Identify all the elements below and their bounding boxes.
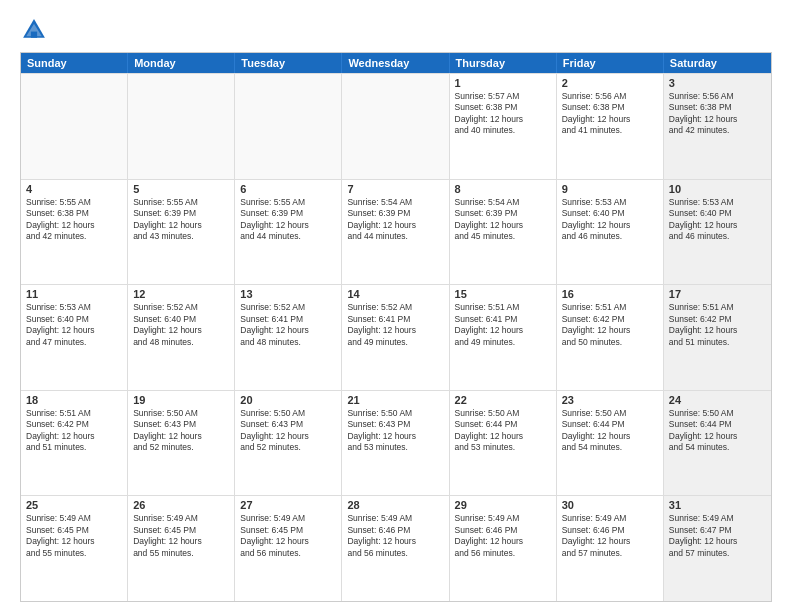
calendar-row: 11Sunrise: 5:53 AMSunset: 6:40 PMDayligh… <box>21 284 771 390</box>
calendar-row: 25Sunrise: 5:49 AMSunset: 6:45 PMDayligh… <box>21 495 771 601</box>
calendar-cell: 9Sunrise: 5:53 AMSunset: 6:40 PMDaylight… <box>557 180 664 285</box>
header-day: Monday <box>128 53 235 73</box>
calendar-cell: 4Sunrise: 5:55 AMSunset: 6:38 PMDaylight… <box>21 180 128 285</box>
cell-info: Sunrise: 5:49 AMSunset: 6:46 PMDaylight:… <box>347 513 443 559</box>
day-number: 26 <box>133 499 229 511</box>
header-day: Saturday <box>664 53 771 73</box>
day-number: 23 <box>562 394 658 406</box>
calendar-cell: 31Sunrise: 5:49 AMSunset: 6:47 PMDayligh… <box>664 496 771 601</box>
header-day: Tuesday <box>235 53 342 73</box>
header-day: Sunday <box>21 53 128 73</box>
cell-info: Sunrise: 5:51 AMSunset: 6:42 PMDaylight:… <box>562 302 658 348</box>
day-number: 16 <box>562 288 658 300</box>
calendar-cell <box>235 74 342 179</box>
cell-info: Sunrise: 5:53 AMSunset: 6:40 PMDaylight:… <box>26 302 122 348</box>
cell-info: Sunrise: 5:49 AMSunset: 6:45 PMDaylight:… <box>26 513 122 559</box>
cell-info: Sunrise: 5:56 AMSunset: 6:38 PMDaylight:… <box>669 91 766 137</box>
day-number: 28 <box>347 499 443 511</box>
cell-info: Sunrise: 5:55 AMSunset: 6:39 PMDaylight:… <box>133 197 229 243</box>
calendar-cell: 6Sunrise: 5:55 AMSunset: 6:39 PMDaylight… <box>235 180 342 285</box>
calendar-cell: 19Sunrise: 5:50 AMSunset: 6:43 PMDayligh… <box>128 391 235 496</box>
cell-info: Sunrise: 5:50 AMSunset: 6:44 PMDaylight:… <box>455 408 551 454</box>
cell-info: Sunrise: 5:56 AMSunset: 6:38 PMDaylight:… <box>562 91 658 137</box>
calendar-cell: 21Sunrise: 5:50 AMSunset: 6:43 PMDayligh… <box>342 391 449 496</box>
cell-info: Sunrise: 5:49 AMSunset: 6:47 PMDaylight:… <box>669 513 766 559</box>
day-number: 7 <box>347 183 443 195</box>
cell-info: Sunrise: 5:50 AMSunset: 6:43 PMDaylight:… <box>133 408 229 454</box>
header-day: Friday <box>557 53 664 73</box>
day-number: 24 <box>669 394 766 406</box>
day-number: 2 <box>562 77 658 89</box>
calendar-cell: 15Sunrise: 5:51 AMSunset: 6:41 PMDayligh… <box>450 285 557 390</box>
calendar-cell <box>342 74 449 179</box>
day-number: 9 <box>562 183 658 195</box>
calendar-cell: 5Sunrise: 5:55 AMSunset: 6:39 PMDaylight… <box>128 180 235 285</box>
calendar-cell: 11Sunrise: 5:53 AMSunset: 6:40 PMDayligh… <box>21 285 128 390</box>
calendar-cell: 7Sunrise: 5:54 AMSunset: 6:39 PMDaylight… <box>342 180 449 285</box>
day-number: 10 <box>669 183 766 195</box>
calendar-cell: 8Sunrise: 5:54 AMSunset: 6:39 PMDaylight… <box>450 180 557 285</box>
calendar-cell: 3Sunrise: 5:56 AMSunset: 6:38 PMDaylight… <box>664 74 771 179</box>
cell-info: Sunrise: 5:51 AMSunset: 6:42 PMDaylight:… <box>26 408 122 454</box>
cell-info: Sunrise: 5:52 AMSunset: 6:41 PMDaylight:… <box>240 302 336 348</box>
cell-info: Sunrise: 5:54 AMSunset: 6:39 PMDaylight:… <box>347 197 443 243</box>
page: SundayMondayTuesdayWednesdayThursdayFrid… <box>0 0 792 612</box>
cell-info: Sunrise: 5:51 AMSunset: 6:42 PMDaylight:… <box>669 302 766 348</box>
calendar-cell: 14Sunrise: 5:52 AMSunset: 6:41 PMDayligh… <box>342 285 449 390</box>
cell-info: Sunrise: 5:52 AMSunset: 6:41 PMDaylight:… <box>347 302 443 348</box>
header-day: Wednesday <box>342 53 449 73</box>
day-number: 1 <box>455 77 551 89</box>
calendar-cell <box>21 74 128 179</box>
day-number: 3 <box>669 77 766 89</box>
calendar-row: 18Sunrise: 5:51 AMSunset: 6:42 PMDayligh… <box>21 390 771 496</box>
calendar-cell: 17Sunrise: 5:51 AMSunset: 6:42 PMDayligh… <box>664 285 771 390</box>
cell-info: Sunrise: 5:52 AMSunset: 6:40 PMDaylight:… <box>133 302 229 348</box>
calendar-cell: 10Sunrise: 5:53 AMSunset: 6:40 PMDayligh… <box>664 180 771 285</box>
calendar-header: SundayMondayTuesdayWednesdayThursdayFrid… <box>21 53 771 73</box>
day-number: 31 <box>669 499 766 511</box>
day-number: 15 <box>455 288 551 300</box>
day-number: 22 <box>455 394 551 406</box>
day-number: 14 <box>347 288 443 300</box>
svg-rect-2 <box>31 32 37 38</box>
cell-info: Sunrise: 5:55 AMSunset: 6:39 PMDaylight:… <box>240 197 336 243</box>
calendar: SundayMondayTuesdayWednesdayThursdayFrid… <box>20 52 772 602</box>
calendar-row: 4Sunrise: 5:55 AMSunset: 6:38 PMDaylight… <box>21 179 771 285</box>
cell-info: Sunrise: 5:53 AMSunset: 6:40 PMDaylight:… <box>562 197 658 243</box>
day-number: 27 <box>240 499 336 511</box>
day-number: 4 <box>26 183 122 195</box>
cell-info: Sunrise: 5:54 AMSunset: 6:39 PMDaylight:… <box>455 197 551 243</box>
day-number: 6 <box>240 183 336 195</box>
cell-info: Sunrise: 5:55 AMSunset: 6:38 PMDaylight:… <box>26 197 122 243</box>
day-number: 25 <box>26 499 122 511</box>
calendar-body: 1Sunrise: 5:57 AMSunset: 6:38 PMDaylight… <box>21 73 771 601</box>
day-number: 11 <box>26 288 122 300</box>
logo <box>20 16 52 44</box>
calendar-cell: 30Sunrise: 5:49 AMSunset: 6:46 PMDayligh… <box>557 496 664 601</box>
day-number: 19 <box>133 394 229 406</box>
cell-info: Sunrise: 5:50 AMSunset: 6:44 PMDaylight:… <box>669 408 766 454</box>
calendar-cell: 20Sunrise: 5:50 AMSunset: 6:43 PMDayligh… <box>235 391 342 496</box>
day-number: 21 <box>347 394 443 406</box>
calendar-cell <box>128 74 235 179</box>
calendar-cell: 1Sunrise: 5:57 AMSunset: 6:38 PMDaylight… <box>450 74 557 179</box>
calendar-cell: 16Sunrise: 5:51 AMSunset: 6:42 PMDayligh… <box>557 285 664 390</box>
calendar-cell: 26Sunrise: 5:49 AMSunset: 6:45 PMDayligh… <box>128 496 235 601</box>
day-number: 13 <box>240 288 336 300</box>
day-number: 29 <box>455 499 551 511</box>
day-number: 20 <box>240 394 336 406</box>
calendar-row: 1Sunrise: 5:57 AMSunset: 6:38 PMDaylight… <box>21 73 771 179</box>
cell-info: Sunrise: 5:49 AMSunset: 6:45 PMDaylight:… <box>240 513 336 559</box>
calendar-cell: 2Sunrise: 5:56 AMSunset: 6:38 PMDaylight… <box>557 74 664 179</box>
calendar-cell: 27Sunrise: 5:49 AMSunset: 6:45 PMDayligh… <box>235 496 342 601</box>
day-number: 8 <box>455 183 551 195</box>
cell-info: Sunrise: 5:53 AMSunset: 6:40 PMDaylight:… <box>669 197 766 243</box>
calendar-cell: 28Sunrise: 5:49 AMSunset: 6:46 PMDayligh… <box>342 496 449 601</box>
calendar-cell: 29Sunrise: 5:49 AMSunset: 6:46 PMDayligh… <box>450 496 557 601</box>
day-number: 12 <box>133 288 229 300</box>
calendar-cell: 18Sunrise: 5:51 AMSunset: 6:42 PMDayligh… <box>21 391 128 496</box>
calendar-cell: 23Sunrise: 5:50 AMSunset: 6:44 PMDayligh… <box>557 391 664 496</box>
calendar-cell: 24Sunrise: 5:50 AMSunset: 6:44 PMDayligh… <box>664 391 771 496</box>
calendar-cell: 12Sunrise: 5:52 AMSunset: 6:40 PMDayligh… <box>128 285 235 390</box>
cell-info: Sunrise: 5:49 AMSunset: 6:45 PMDaylight:… <box>133 513 229 559</box>
